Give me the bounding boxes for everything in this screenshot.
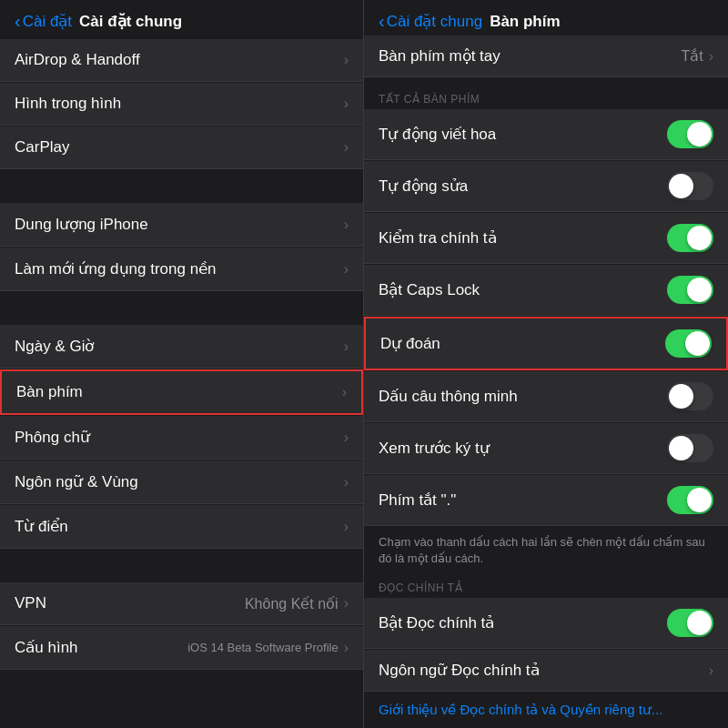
character-preview-label: Xem trước ký tự <box>379 439 490 458</box>
period-shortcut-item[interactable]: Phím tắt "." <box>364 475 728 526</box>
airdrop-chevron-icon: › <box>344 52 349 68</box>
carplay-chevron-icon: › <box>344 139 349 156</box>
one-hand-keyboard-label: Bàn phím một tay <box>379 46 500 66</box>
auto-capitalize-toggle[interactable] <box>667 120 713 148</box>
bg-refresh-right: › <box>344 261 349 278</box>
dictation-privacy-link[interactable]: Giới thiệu về Đọc chính tả và Quyền riên… <box>364 693 728 727</box>
sidebar-item-fonts[interactable]: Phông chữ › <box>0 416 363 460</box>
period-shortcut-footer: Chạm vào thanh dấu cách hai lần sẽ chèn … <box>364 527 728 576</box>
auto-correct-toggle-knob <box>669 174 693 198</box>
keyboard-chevron-icon: › <box>342 384 347 400</box>
all-keyboards-header: TẤT CẢ BÀN PHÍM <box>364 87 728 109</box>
enable-dictation-label: Bật Đọc chính tả <box>379 613 494 632</box>
pip-label: Hình trong hình <box>15 95 121 113</box>
one-hand-keyboard-item[interactable]: Bàn phím một tay Tắt › <box>364 35 728 77</box>
sidebar-item-storage[interactable]: Dung lượng iPhone › <box>0 203 363 247</box>
carplay-label: CarPlay <box>15 138 69 157</box>
character-preview-item[interactable]: Xem trước ký tự <box>364 423 728 474</box>
sidebar-item-date-time[interactable]: Ngày & Giờ › <box>0 325 363 369</box>
sidebar-item-carplay[interactable]: CarPlay › <box>0 126 363 169</box>
spacer-2 <box>0 292 363 325</box>
caps-lock-toggle[interactable] <box>667 276 713 304</box>
predictive-toggle[interactable] <box>665 329 712 358</box>
left-nav-title: Cài đặt chung <box>79 12 182 31</box>
dictionary-right: › <box>344 519 349 535</box>
left-panel: ‹ Cài đặt Cài đặt chung AirDrop & Handof… <box>0 0 364 728</box>
check-spelling-item[interactable]: Kiểm tra chính tả <box>364 213 728 264</box>
predictive-item[interactable]: Dự đoán <box>364 317 728 370</box>
pip-chevron-icon: › <box>344 96 349 112</box>
dictation-language-label: Ngôn ngữ Đọc chính tả <box>379 661 540 680</box>
character-preview-toggle[interactable] <box>667 434 713 462</box>
fonts-chevron-icon: › <box>344 430 349 446</box>
language-right: › <box>344 474 349 490</box>
sidebar-item-background-refresh[interactable]: Làm mới ứng dụng trong nền › <box>0 248 363 291</box>
storage-right: › <box>344 217 349 233</box>
dictionary-chevron-icon: › <box>344 519 349 535</box>
check-spelling-toggle-knob <box>687 226 712 250</box>
sidebar-item-keyboard[interactable]: Bàn phím › <box>0 369 363 415</box>
dictation-language-chevron-icon: › <box>709 662 713 679</box>
right-scroll-area: Bàn phím một tay Tắt › TẤT CẢ BÀN PHÍM T… <box>364 35 728 728</box>
sidebar-item-language[interactable]: Ngôn ngữ & Vùng › <box>0 460 363 504</box>
vpn-value: Không Kết nối <box>245 595 339 612</box>
right-back-button[interactable]: ‹ Cài đặt chung <box>379 11 482 32</box>
sidebar-item-profile[interactable]: Cấu hình iOS 14 Beta Software Profile › <box>0 626 363 670</box>
left-back-label: Cài đặt <box>23 12 72 31</box>
sidebar-item-dictionary[interactable]: Từ điển › <box>0 505 363 549</box>
bg-refresh-label: Làm mới ứng dụng trong nền <box>15 259 217 278</box>
right-nav-bar: ‹ Cài đặt chung Bàn phím <box>364 0 728 35</box>
auto-capitalize-toggle-knob <box>687 122 712 147</box>
auto-correct-item[interactable]: Tự động sửa <box>364 161 728 212</box>
right-spacer-1 <box>364 78 728 87</box>
smart-punctuation-item[interactable]: Dấu câu thông minh <box>364 371 728 422</box>
fonts-right: › <box>344 430 349 446</box>
profile-value: iOS 14 Beta Software Profile <box>187 641 338 654</box>
one-hand-keyboard-right: Tắt › <box>681 47 713 65</box>
enable-dictation-toggle-knob <box>687 611 712 635</box>
date-time-chevron-icon: › <box>344 339 349 355</box>
bg-refresh-chevron-icon: › <box>344 261 349 278</box>
auto-correct-label: Tự động sửa <box>379 177 468 196</box>
one-hand-keyboard-value: Tắt <box>681 47 703 65</box>
storage-label: Dung lượng iPhone <box>15 215 148 234</box>
profile-label: Cấu hình <box>15 638 78 657</box>
character-preview-toggle-knob <box>669 436 693 460</box>
left-back-chevron-icon: ‹ <box>15 11 21 32</box>
profile-right: iOS 14 Beta Software Profile › <box>187 640 349 656</box>
vpn-chevron-icon: › <box>344 595 349 612</box>
check-spelling-toggle[interactable] <box>667 224 713 252</box>
auto-capitalize-item[interactable]: Tự động viết hoa <box>364 109 728 160</box>
sidebar-item-airdrop[interactable]: AirDrop & Handoff › <box>0 39 363 82</box>
airdrop-right: › <box>344 52 349 68</box>
vpn-right: Không Kết nối › <box>245 595 349 612</box>
period-shortcut-toggle-knob <box>687 488 712 512</box>
caps-lock-item[interactable]: Bật Caps Lock <box>364 265 728 316</box>
caps-lock-toggle-knob <box>687 278 712 302</box>
date-time-label: Ngày & Giờ <box>15 337 94 356</box>
left-back-button[interactable]: ‹ Cài đặt <box>15 11 72 32</box>
enable-dictation-toggle[interactable] <box>667 609 713 637</box>
one-hand-keyboard-chevron-icon: › <box>709 48 713 65</box>
dictation-section-header: ĐỌC CHÍNH TẢ <box>364 576 728 598</box>
spacer-1 <box>0 170 363 203</box>
enable-dictation-item[interactable]: Bật Đọc chính tả <box>364 598 728 649</box>
right-back-label: Cài đặt chung <box>387 12 482 31</box>
language-chevron-icon: › <box>344 474 349 490</box>
dictation-language-item[interactable]: Ngôn ngữ Đọc chính tả › <box>364 650 728 692</box>
date-time-right: › <box>344 339 349 355</box>
language-label: Ngôn ngữ & Vùng <box>15 472 138 491</box>
keyboard-label: Bàn phím <box>16 383 83 401</box>
airdrop-label: AirDrop & Handoff <box>15 51 140 69</box>
sidebar-item-picture-in-picture[interactable]: Hình trong hình › <box>0 83 363 126</box>
smart-punctuation-toggle[interactable] <box>667 382 713 410</box>
sidebar-item-vpn[interactable]: VPN Không Kết nối › <box>0 582 363 625</box>
auto-correct-toggle[interactable] <box>667 172 713 200</box>
pip-right: › <box>344 96 349 112</box>
caps-lock-label: Bật Caps Lock <box>379 280 480 299</box>
period-shortcut-toggle[interactable] <box>667 486 713 514</box>
left-nav-bar: ‹ Cài đặt Cài đặt chung <box>0 0 363 39</box>
period-shortcut-label: Phím tắt "." <box>379 490 456 510</box>
storage-chevron-icon: › <box>344 217 349 233</box>
dictation-language-right: › <box>709 662 713 679</box>
